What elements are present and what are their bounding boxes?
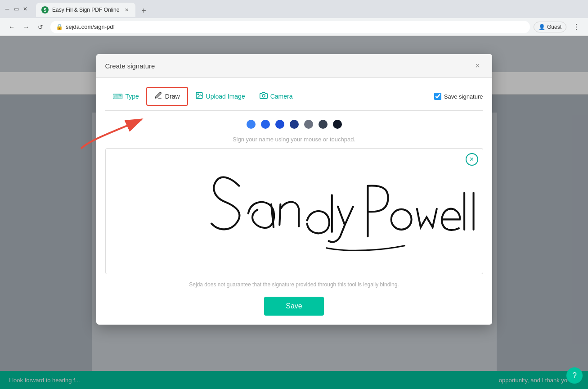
signature-canvas[interactable]: × <box>105 148 483 274</box>
signature-tabs: ⌨ Type Draw <box>105 87 483 111</box>
tab-type-label: Type <box>126 93 139 100</box>
svg-point-2 <box>262 95 265 97</box>
browser-menu-button[interactable]: ⋮ <box>570 21 583 33</box>
close-button[interactable]: ✕ <box>22 5 29 13</box>
modal-title: Create signature <box>105 62 155 70</box>
modal-body: ⌨ Type Draw <box>96 78 492 325</box>
tab-strip: S Easy Fill & Sign PDF Online ✕ + <box>32 1 153 17</box>
draw-instruction: Sign your name using your mouse or touch… <box>105 136 483 143</box>
minimize-button[interactable]: ─ <box>4 5 11 13</box>
chrome-frame: ─ ▭ ✕ S Easy Fill & Sign PDF Online ✕ + … <box>0 0 588 36</box>
modal-overlay: Create signature × ⌨ Type Draw <box>0 36 588 389</box>
tab-close-icon[interactable]: ✕ <box>123 6 130 14</box>
camera-icon <box>260 91 268 101</box>
save-signature-checkbox[interactable] <box>434 93 441 100</box>
color-blue4[interactable] <box>290 120 299 129</box>
omnibar-right: 👤 Guest ⋮ <box>534 21 583 33</box>
nav-controls: ← → ↺ <box>5 21 47 33</box>
color-blue3[interactable] <box>275 120 284 129</box>
signature-drawing <box>106 149 483 274</box>
tab-type[interactable]: ⌨ Type <box>105 89 146 104</box>
upload-icon <box>195 91 203 101</box>
tab-title: Easy Fill & Sign PDF Online <box>52 7 119 13</box>
svg-point-1 <box>197 94 198 95</box>
color-picker <box>105 120 483 129</box>
help-button[interactable]: ? <box>566 367 583 384</box>
modal-header: Create signature × <box>96 54 492 78</box>
tab-draw-label: Draw <box>165 93 180 100</box>
legal-disclaimer: Sejda does not guarantee that the signat… <box>105 281 483 288</box>
color-blue1[interactable] <box>247 120 256 129</box>
user-icon: 👤 <box>539 24 545 30</box>
window-controls: ─ ▭ ✕ <box>4 5 29 13</box>
draw-icon <box>154 91 162 101</box>
tab-camera[interactable]: Camera <box>252 88 300 105</box>
lock-icon: 🔒 <box>56 23 63 30</box>
tab-favicon: S <box>41 6 49 14</box>
create-signature-modal: Create signature × ⌨ Type Draw <box>96 54 492 325</box>
tab-upload[interactable]: Upload Image <box>188 88 252 105</box>
save-signature-label: Save signature <box>444 93 483 100</box>
color-gray1[interactable] <box>304 120 313 129</box>
active-tab[interactable]: S Easy Fill & Sign PDF Online ✕ <box>36 3 135 17</box>
tab-camera-label: Camera <box>270 93 293 100</box>
user-button[interactable]: 👤 Guest <box>534 22 566 32</box>
user-label: Guest <box>547 24 561 30</box>
omnibar: ← → ↺ 🔒 sejda.com/sign-pdf 👤 Guest ⋮ <box>0 18 588 36</box>
modal-close-button[interactable]: × <box>472 60 483 71</box>
new-tab-button[interactable]: + <box>137 5 150 17</box>
save-button[interactable]: Save <box>264 297 323 316</box>
svg-point-3 <box>391 209 411 230</box>
maximize-button[interactable]: ▭ <box>13 5 20 13</box>
url-bar[interactable]: 🔒 sejda.com/sign-pdf <box>50 21 530 33</box>
refresh-button[interactable]: ↺ <box>34 21 47 33</box>
title-bar: ─ ▭ ✕ S Easy Fill & Sign PDF Online ✕ + <box>0 0 588 18</box>
url-text: sejda.com/sign-pdf <box>66 23 115 30</box>
color-blue2[interactable] <box>261 120 270 129</box>
keyboard-icon: ⌨ <box>112 92 123 101</box>
tab-upload-label: Upload Image <box>206 93 245 100</box>
color-black[interactable] <box>333 120 342 129</box>
forward-button[interactable]: → <box>20 21 32 33</box>
tab-draw[interactable]: Draw <box>146 87 188 106</box>
save-signature-row: Save signature <box>434 93 483 100</box>
color-gray2[interactable] <box>319 120 328 129</box>
back-button[interactable]: ← <box>5 21 18 33</box>
